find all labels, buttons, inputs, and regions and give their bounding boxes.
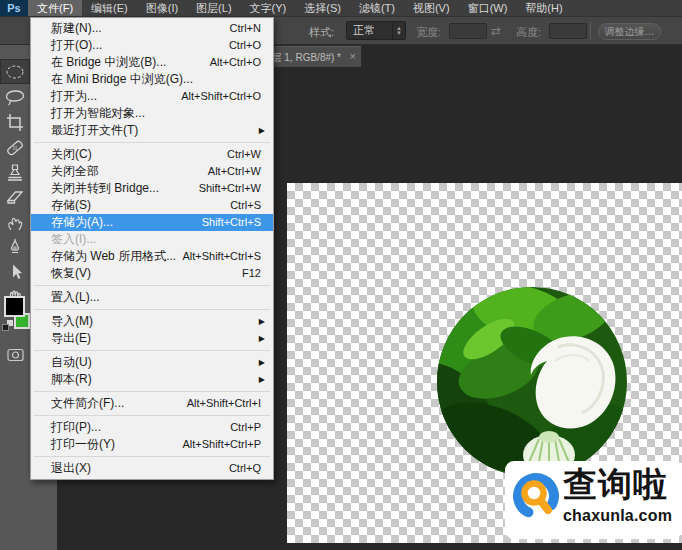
menu-item-shortcut: Alt+Shift+Ctrl+O xyxy=(181,88,267,105)
menu-item-shortcut: Ctrl+P xyxy=(230,419,267,436)
file-menu-item-browse-in-mini-bridge[interactable]: 在 Mini Bridge 中浏览(G)... xyxy=(31,71,273,88)
menu-separator xyxy=(34,456,270,457)
tab-close-icon[interactable]: × xyxy=(350,50,356,62)
menu-item-label: 置入(L)... xyxy=(51,289,100,306)
file-menu-item-print-one-copy[interactable]: 打印一份(Y)Alt+Shift+Ctrl+P xyxy=(31,436,273,453)
healing-brush-tool[interactable] xyxy=(0,134,30,159)
menubar-item-window[interactable]: 窗口(W) xyxy=(459,0,517,16)
menu-item-shortcut: Alt+Shift+Ctrl+S xyxy=(182,248,267,265)
file-menu-item-open-as[interactable]: 打开为...Alt+Shift+Ctrl+O xyxy=(31,88,273,105)
direct-selection-tool[interactable] xyxy=(0,259,30,284)
circular-flower-image xyxy=(437,287,627,477)
menu-separator xyxy=(34,415,270,416)
menu-item-label: 最近打开文件(T) xyxy=(51,122,138,139)
submenu-arrow-icon: ▶ xyxy=(259,330,267,347)
menu-item-shortcut: Ctrl+N xyxy=(230,20,267,37)
menu-item-label: 关闭并转到 Bridge... xyxy=(51,180,159,197)
watermark-badge: 查询啦 chaxunla.com xyxy=(505,461,682,539)
menu-item-shortcut: Ctrl+Q xyxy=(229,460,267,477)
width-input[interactable] xyxy=(449,23,487,39)
menu-item-label: 关闭全部 xyxy=(51,163,99,180)
quick-mask-mode-icon[interactable] xyxy=(7,348,24,366)
clone-stamp-icon xyxy=(3,162,27,182)
menubar-item-image[interactable]: 图像(I) xyxy=(137,0,187,16)
watermark-domain-text: chaxunla.com xyxy=(563,507,672,525)
chaxunla-logo-icon xyxy=(510,468,562,526)
menu-separator xyxy=(34,285,270,286)
file-menu-item-revert[interactable]: 恢复(V)F12 xyxy=(31,265,273,282)
swap-width-height-icon[interactable]: ⇄ xyxy=(491,24,501,38)
elliptical-marquee-icon xyxy=(3,62,27,82)
file-menu-item-scripts[interactable]: 脚本(R)▶ xyxy=(31,371,273,388)
refine-edge-button[interactable]: 调整边缘… xyxy=(598,23,661,40)
submenu-arrow-icon: ▶ xyxy=(259,354,267,371)
menu-separator xyxy=(34,391,270,392)
file-menu-item-file-info[interactable]: 文件简介(F)...Alt+Shift+Ctrl+I xyxy=(31,395,273,412)
menu-item-label: 自动(U) xyxy=(51,354,92,371)
file-menu-item-browse-in-bridge[interactable]: 在 Bridge 中浏览(B)...Alt+Ctrl+O xyxy=(31,54,273,71)
crop-tool[interactable] xyxy=(0,109,30,134)
file-menu-item-close[interactable]: 关闭(C)Ctrl+W xyxy=(31,146,273,163)
file-menu-item-open-recent[interactable]: 最近打开文件(T)▶ xyxy=(31,122,273,139)
file-menu-item-close-all[interactable]: 关闭全部Alt+Ctrl+W xyxy=(31,163,273,180)
menu-item-label: 打开为... xyxy=(51,88,97,105)
file-menu-item-new[interactable]: 新建(N)...Ctrl+N xyxy=(31,20,273,37)
width-label: 宽度: xyxy=(416,25,441,40)
menu-item-shortcut: Alt+Ctrl+O xyxy=(210,54,267,71)
menu-item-label: 导入(M) xyxy=(51,313,93,330)
submenu-arrow-icon: ▶ xyxy=(259,313,267,330)
menubar-item-view[interactable]: 视图(V) xyxy=(404,0,459,16)
menu-item-label: 存储为(A)... xyxy=(51,214,113,231)
default-colors-icon[interactable] xyxy=(2,320,14,332)
foreground-color-swatch[interactable] xyxy=(4,296,25,317)
menu-item-label: 打印一份(Y) xyxy=(51,436,115,453)
pen-tool[interactable] xyxy=(0,234,30,259)
menubar-item-layer[interactable]: 图层(L) xyxy=(187,0,240,16)
file-menu-item-save[interactable]: 存储(S)Ctrl+S xyxy=(31,197,273,214)
style-select-spinner-icon[interactable]: ▲▼ xyxy=(392,22,405,39)
menubar-item-type[interactable]: 文字(Y) xyxy=(241,0,296,16)
pen-icon xyxy=(3,237,27,257)
menubar-item-filter[interactable]: 滤镜(T) xyxy=(350,0,404,16)
menu-item-label: 新建(N)... xyxy=(51,20,102,37)
menu-item-shortcut: Ctrl+O xyxy=(229,37,267,54)
menu-item-label: 退出(X) xyxy=(51,460,91,477)
menu-item-shortcut: Alt+Shift+Ctrl+I xyxy=(187,395,267,412)
file-menu-item-save-for-web[interactable]: 存储为 Web 所用格式...Alt+Shift+Ctrl+S xyxy=(31,248,273,265)
file-menu-item-open-as-smart-object[interactable]: 打开为智能对象... xyxy=(31,105,273,122)
submenu-arrow-icon: ▶ xyxy=(259,371,267,388)
file-menu-item-place[interactable]: 置入(L)... xyxy=(31,289,273,306)
file-menu-item-exit[interactable]: 退出(X)Ctrl+Q xyxy=(31,460,273,477)
menu-item-label: 签入(I)... xyxy=(51,231,96,248)
style-select[interactable]: 正常 ▲▼ xyxy=(346,21,406,40)
file-menu-dropdown: 新建(N)...Ctrl+N打开(O)...Ctrl+O在 Bridge 中浏览… xyxy=(30,17,274,480)
file-menu-item-print[interactable]: 打印(P)...Ctrl+P xyxy=(31,419,273,436)
height-input[interactable] xyxy=(549,23,587,39)
style-label: 样式: xyxy=(309,25,334,40)
menubar-item-edit[interactable]: 编辑(E) xyxy=(82,0,137,16)
file-menu-item-automate[interactable]: 自动(U)▶ xyxy=(31,354,273,371)
smudge-tool[interactable] xyxy=(0,209,30,234)
file-menu-item-open[interactable]: 打开(O)...Ctrl+O xyxy=(31,37,273,54)
elliptical-marquee-tool[interactable] xyxy=(0,59,30,84)
file-menu-item-export[interactable]: 导出(E)▶ xyxy=(31,330,273,347)
menu-item-shortcut: Shift+Ctrl+W xyxy=(199,180,267,197)
menubar-item-file[interactable]: 文件(F) xyxy=(28,0,82,16)
clone-stamp-tool[interactable] xyxy=(0,159,30,184)
watermark-brand-text: 查询啦 xyxy=(563,461,681,507)
menubar-item-select[interactable]: 选择(S) xyxy=(295,0,350,16)
lasso-icon xyxy=(3,87,27,107)
lasso-tool[interactable] xyxy=(0,84,30,109)
eraser-tool[interactable] xyxy=(0,184,30,209)
menubar-item-help[interactable]: 帮助(H) xyxy=(516,0,571,16)
color-swatches xyxy=(0,294,30,342)
menu-item-shortcut: Ctrl+S xyxy=(230,197,267,214)
file-menu-item-close-goto-bridge[interactable]: 关闭并转到 Bridge...Shift+Ctrl+W xyxy=(31,180,273,197)
file-menu-item-import[interactable]: 导入(M)▶ xyxy=(31,313,273,330)
menu-item-label: 恢复(V) xyxy=(51,265,91,282)
menu-separator xyxy=(34,350,270,351)
menu-item-label: 文件简介(F)... xyxy=(51,395,124,412)
file-menu-item-check-in[interactable]: 签入(I)... xyxy=(31,231,273,248)
menu-item-shortcut: Alt+Shift+Ctrl+P xyxy=(182,436,267,453)
file-menu-item-save-as[interactable]: 存储为(A)...Shift+Ctrl+S xyxy=(31,214,273,231)
